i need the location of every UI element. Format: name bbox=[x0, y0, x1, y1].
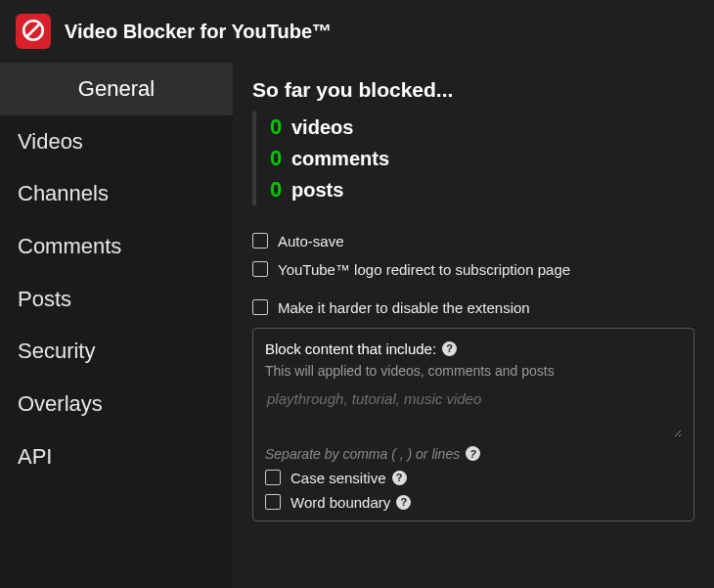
keyword-input[interactable] bbox=[265, 386, 682, 437]
checkbox-box bbox=[252, 233, 268, 249]
stats-title: So far you blocked... bbox=[252, 78, 694, 102]
app-header: Video Blocker for YouTube™ bbox=[0, 0, 714, 63]
checkbox-box bbox=[252, 261, 268, 277]
sidebar-item-overlays[interactable]: Overlays bbox=[0, 378, 233, 430]
keyword-panel-title: Block content that include: ? bbox=[265, 340, 682, 357]
stats-list: 0 videos 0 comments 0 posts bbox=[252, 112, 694, 205]
stat-label: videos bbox=[291, 113, 353, 142]
content-general: So far you blocked... 0 videos 0 comment… bbox=[233, 63, 714, 588]
block-icon bbox=[21, 18, 46, 46]
checkbox-label: Word boundary bbox=[290, 494, 390, 511]
help-icon[interactable]: ? bbox=[442, 341, 457, 356]
panel-title-text: Block content that include: bbox=[265, 340, 436, 357]
checkbox-case-sensitive[interactable]: Case sensitive ? bbox=[265, 470, 682, 486]
sidebar-item-label: Posts bbox=[18, 287, 71, 311]
checkbox-label: Case sensitive bbox=[290, 470, 386, 486]
sidebar-item-general[interactable]: General bbox=[0, 63, 233, 115]
sidebar-item-label: API bbox=[18, 444, 52, 469]
stat-line-videos: 0 videos bbox=[270, 112, 694, 143]
keyword-panel: Block content that include: ? This will … bbox=[252, 328, 694, 521]
stat-count: 0 bbox=[270, 143, 284, 174]
stat-line-comments: 0 comments bbox=[270, 143, 694, 174]
stat-label: comments bbox=[291, 145, 389, 173]
checkbox-box bbox=[265, 470, 281, 485]
sidebar: General Videos Channels Comments Posts S… bbox=[0, 63, 233, 588]
help-icon[interactable]: ? bbox=[392, 471, 407, 485]
help-icon[interactable]: ? bbox=[466, 446, 480, 461]
stat-count: 0 bbox=[270, 174, 284, 205]
sidebar-item-label: Comments bbox=[18, 234, 121, 258]
separator-hint-text: Separate by comma ( , ) or lines bbox=[265, 446, 460, 462]
app-logo bbox=[16, 14, 51, 49]
sidebar-item-label: Videos bbox=[18, 129, 83, 154]
checkbox-label: YouTube™ logo redirect to subscription p… bbox=[278, 261, 570, 278]
svg-line-1 bbox=[27, 23, 40, 36]
help-icon[interactable]: ? bbox=[396, 495, 411, 510]
sidebar-item-api[interactable]: API bbox=[0, 430, 233, 483]
sidebar-item-label: Overlays bbox=[18, 391, 103, 416]
checkbox-box bbox=[252, 299, 268, 315]
sidebar-item-channels[interactable]: Channels bbox=[0, 167, 233, 220]
sidebar-item-label: General bbox=[78, 76, 155, 101]
stat-count: 0 bbox=[270, 112, 284, 143]
checkbox-logo-redirect[interactable]: YouTube™ logo redirect to subscription p… bbox=[252, 261, 694, 278]
checkbox-word-boundary[interactable]: Word boundary ? bbox=[265, 494, 682, 511]
sidebar-item-security[interactable]: Security bbox=[0, 325, 233, 378]
sidebar-item-comments[interactable]: Comments bbox=[0, 220, 233, 273]
sidebar-item-label: Security bbox=[18, 339, 95, 363]
keyword-panel-desc: This will applied to videos, comments an… bbox=[265, 363, 682, 379]
checkbox-box bbox=[265, 494, 281, 510]
checkbox-label: Make it harder to disable the extension bbox=[278, 299, 530, 316]
sidebar-item-posts[interactable]: Posts bbox=[0, 273, 233, 326]
separator-hint: Separate by comma ( , ) or lines ? bbox=[265, 446, 682, 462]
checkbox-harder-disable[interactable]: Make it harder to disable the extension bbox=[252, 299, 694, 316]
sidebar-item-videos[interactable]: Videos bbox=[0, 115, 233, 168]
stat-line-posts: 0 posts bbox=[270, 174, 694, 205]
app-title: Video Blocker for YouTube™ bbox=[65, 21, 332, 43]
sidebar-item-label: Channels bbox=[18, 181, 109, 205]
checkbox-label: Auto-save bbox=[278, 233, 344, 249]
stat-label: posts bbox=[291, 176, 343, 204]
checkbox-auto-save[interactable]: Auto-save bbox=[252, 233, 694, 249]
